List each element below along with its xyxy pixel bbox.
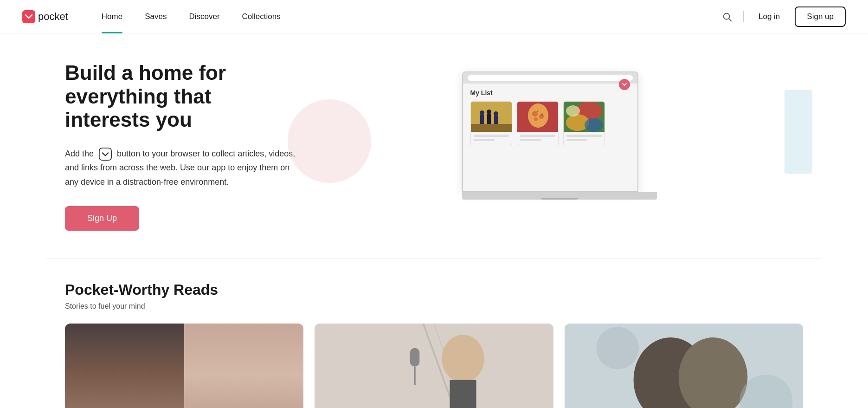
hero-section: Build a home for everything that interes…: [0, 33, 868, 259]
hero-signup-button[interactable]: Sign Up: [65, 206, 139, 231]
svg-point-11: [494, 111, 498, 116]
gym-right-panel: [184, 324, 303, 408]
deco-circle: [288, 99, 371, 183]
line1: [520, 135, 555, 137]
pocket-button-icon: [99, 148, 112, 161]
svg-rect-28: [450, 380, 476, 408]
gym-card-image: [65, 324, 303, 408]
svg-rect-6: [480, 115, 484, 124]
svg-rect-0: [22, 10, 35, 23]
svg-point-23: [566, 105, 580, 117]
gym-left-panel: [65, 324, 184, 408]
hero-description: Add the button to your browser to collec…: [65, 147, 297, 189]
svg-rect-10: [494, 116, 498, 124]
search-button[interactable]: [720, 10, 734, 24]
list-card-2-lines: [517, 132, 558, 146]
list-card-2-image: ♪ ♫: [517, 102, 559, 132]
svg-point-34: [596, 327, 638, 369]
laptop-content: My List: [463, 84, 637, 156]
svg-rect-3: [99, 148, 111, 160]
svg-rect-5: [471, 124, 512, 132]
line1: [474, 135, 509, 137]
read-card-mic[interactable]: [315, 324, 553, 408]
nav-discover[interactable]: Discover: [178, 0, 231, 33]
svg-rect-8: [487, 114, 491, 124]
line2: [474, 139, 495, 141]
hero-right: My List: [297, 71, 822, 220]
list-card-3-image: [564, 102, 605, 132]
nav-home[interactable]: Home: [90, 0, 134, 33]
list-card-2: ♪ ♫: [517, 101, 559, 146]
my-list-cards: ♪ ♫: [470, 101, 630, 146]
list-card-3-lines: [564, 132, 604, 146]
mic-card-image: [315, 324, 553, 408]
list-card-1-lines: [471, 132, 512, 146]
read-card-abstract[interactable]: [565, 324, 803, 408]
nav-collections[interactable]: Collections: [231, 0, 292, 33]
laptop-illustration: My List: [462, 71, 657, 220]
abstract-card-image: [565, 324, 803, 408]
svg-point-27: [442, 335, 484, 382]
main-nav: Home Saves Discover Collections: [90, 0, 720, 33]
line1: [566, 135, 602, 137]
hero-left: Build a home for everything that interes…: [65, 61, 297, 231]
pocket-save-icon: [621, 81, 628, 88]
laptop-base: [462, 192, 657, 200]
pocket-logo-icon: [22, 10, 35, 23]
deco-rect: [784, 90, 812, 174]
svg-text:♪: ♪: [537, 109, 539, 113]
header-divider: [743, 11, 744, 22]
svg-point-7: [480, 110, 484, 115]
laptop-pocket-btn: [619, 79, 630, 90]
header-actions: Log in Sign up: [720, 6, 846, 27]
reads-section: Pocket-Worthy Reads Stories to fuel your…: [0, 259, 868, 408]
card1-svg: [471, 102, 512, 132]
card3-svg: [564, 102, 605, 132]
svg-point-13: [528, 104, 548, 128]
my-list-title: My List: [470, 89, 630, 97]
laptop-screen: My List: [462, 71, 638, 192]
gym-img-inner: [65, 324, 303, 408]
svg-rect-24: [315, 324, 553, 408]
reads-title: Pocket-Worthy Reads: [65, 281, 803, 298]
list-card-1: [470, 101, 512, 146]
line2: [520, 139, 541, 141]
read-card-gym[interactable]: [65, 324, 303, 408]
mic-card-svg: [315, 324, 553, 408]
reads-cards: [65, 324, 803, 408]
list-card-3: [563, 101, 605, 146]
svg-text:♫: ♫: [540, 112, 543, 117]
signup-button-header[interactable]: Sign up: [795, 6, 846, 27]
nav-saves[interactable]: Saves: [134, 0, 178, 33]
logo-text: pocket: [38, 11, 68, 23]
svg-point-16: [534, 117, 538, 121]
hero-desc-before: Add the: [65, 149, 94, 158]
line2: [566, 139, 588, 141]
svg-point-22: [585, 118, 603, 132]
card2-svg: ♪ ♫: [517, 102, 559, 132]
pocket-inline-icon: [99, 148, 112, 161]
laptop-url-bar: [468, 75, 633, 81]
svg-rect-29: [410, 348, 420, 366]
search-icon: [722, 12, 732, 22]
list-card-1-image: [471, 102, 512, 132]
svg-line-2: [729, 19, 731, 21]
laptop-browser-bar: [463, 72, 637, 84]
pocket-logo[interactable]: pocket: [22, 10, 68, 23]
hero-title: Build a home for everything that interes…: [65, 61, 297, 132]
login-button[interactable]: Log in: [753, 8, 785, 25]
svg-point-9: [487, 110, 491, 114]
reads-subtitle: Stories to fuel your mind: [65, 302, 803, 311]
abstract-card-svg: [565, 324, 803, 408]
